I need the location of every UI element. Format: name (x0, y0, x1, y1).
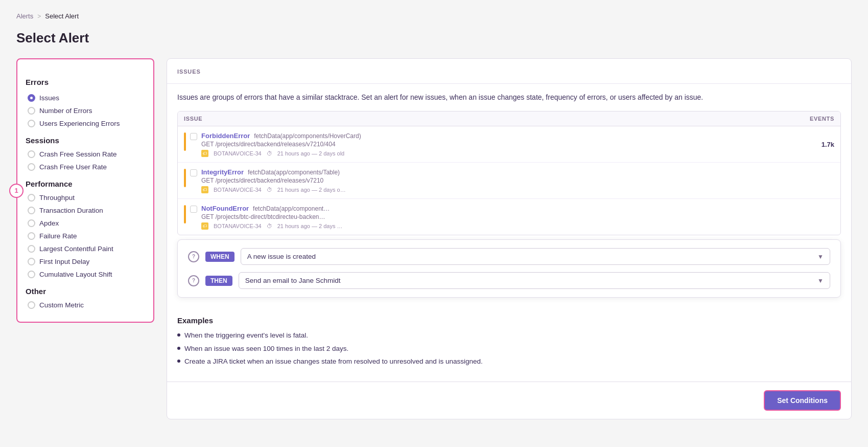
radio-crash-free-session-rate (28, 150, 35, 158)
sidebar-label-crash-free-session-rate: Crash Free Session Rate (39, 150, 117, 158)
issues-table-header: ISSUE EVENTS (178, 111, 840, 126)
sidebar-item-custom-metric[interactable]: Custom Metric (26, 299, 145, 311)
issue-meta-text: BOTANAVOICE-34 (214, 223, 262, 229)
sidebar-item-crash-free-session-rate[interactable]: Crash Free Session Rate (26, 148, 145, 161)
radio-largest-contentful-paint (28, 245, 35, 253)
sidebar-section-errors: Errors (26, 78, 145, 86)
issue-severity-bar (184, 132, 186, 151)
when-badge: WHEN (205, 252, 234, 262)
then-dropdown-value: Send an email to Jane Schmidt (245, 277, 341, 284)
issue-checkbox[interactable] (190, 133, 197, 140)
page-title: Select Alert (16, 30, 852, 46)
col-events: EVENTS (810, 116, 834, 122)
issue-avatar: 🏷 (201, 150, 208, 157)
radio-users-experiencing-errors (28, 120, 35, 127)
radio-issues (28, 94, 35, 102)
radio-first-input-delay (28, 258, 35, 265)
table-row[interactable]: NotFoundError fetchData(app/component… G… (178, 199, 840, 235)
issue-meta-text: BOTANAVOICE-34 (214, 150, 262, 157)
sidebar-item-throughput[interactable]: Throughput (26, 191, 145, 204)
issue-func: fetchData(app/component… (253, 205, 330, 212)
issue-path: GET /projects/direct/backend/releases/v7… (201, 177, 804, 184)
radio-cumulative-layout-shift (28, 271, 35, 278)
issue-checkbox[interactable] (190, 169, 197, 176)
issue-info: ForbiddenError fetchData(app/components/… (201, 131, 804, 157)
sidebar-item-apdex[interactable]: Apdex (26, 217, 145, 230)
then-row: THEN Send an email to Jane Schmidt ▼ (188, 272, 830, 289)
main-footer: Set Conditions 2 (167, 382, 851, 419)
issue-events: 1.7k (804, 141, 834, 148)
issue-path: GET /projects/btc-direct/btcdirecteu-bac… (201, 213, 804, 220)
sidebar-label-number-of-errors: Number of Errors (39, 107, 92, 115)
issue-clock-icon: ⏱ (267, 150, 272, 157)
sidebar-step-badge: 1 (9, 184, 24, 198)
example-bullet (177, 360, 180, 363)
radio-failure-rate (28, 232, 35, 240)
radio-number-of-errors (28, 107, 35, 115)
issue-checkbox[interactable] (190, 206, 197, 213)
sidebar-item-transaction-duration[interactable]: Transaction Duration (26, 204, 145, 217)
when-row: WHEN A new issue is created ▼ (188, 248, 830, 265)
set-conditions-button[interactable]: Set Conditions (764, 390, 841, 411)
issue-meta-text: BOTANAVOICE-34 (214, 187, 262, 193)
example-text: When an issue was seen 100 times in the … (184, 343, 348, 354)
sidebar-label-largest-contentful-paint: Largest Contentful Paint (39, 245, 113, 253)
issue-title: ForbiddenError (201, 132, 250, 140)
examples-title: Examples (177, 316, 841, 325)
sidebar-label-users-experiencing-errors: Users Experiencing Errors (39, 120, 120, 127)
sidebar-label-crash-free-user-rate: Crash Free User Rate (39, 163, 107, 171)
radio-custom-metric (28, 301, 35, 309)
issue-clock-icon: ⏱ (267, 187, 272, 193)
issues-section-label: ISSUES (177, 69, 201, 75)
chevron-down-icon: ▼ (817, 253, 824, 260)
sidebar-label-transaction-duration: Transaction Duration (39, 207, 103, 214)
example-bullet (177, 333, 180, 337)
sidebar-item-number-of-errors[interactable]: Number of Errors (26, 104, 145, 117)
sidebar-item-crash-free-user-rate[interactable]: Crash Free User Rate (26, 161, 145, 173)
issue-avatar: 🏷 (201, 222, 208, 230)
sidebar-item-largest-contentful-paint[interactable]: Largest Contentful Paint (26, 242, 145, 255)
example-text: When the triggering event's level is fat… (184, 330, 308, 341)
example-item: Create a JIRA ticket when an issue chang… (177, 356, 841, 367)
then-dropdown[interactable]: Send an email to Jane Schmidt ▼ (239, 272, 830, 289)
sidebar-item-first-input-delay[interactable]: First Input Delay (26, 255, 145, 268)
chevron-down-icon: ▼ (817, 277, 824, 284)
sidebar-item-users-experiencing-errors[interactable]: Users Experiencing Errors (26, 117, 145, 130)
when-dropdown[interactable]: A new issue is created ▼ (241, 248, 830, 265)
issue-info: NotFoundError fetchData(app/component… G… (201, 204, 804, 230)
breadcrumb: Alerts > Select Alert (16, 12, 852, 20)
issues-table: ISSUE EVENTS ForbiddenError fetchData(ap… (177, 111, 841, 235)
issue-meta: 🏷 BOTANAVOICE-34 ⏱ 21 hours ago — 2 days… (201, 222, 804, 230)
issue-meta: 🏷 BOTANAVOICE-34 ⏱ 21 hours ago — 2 days… (201, 150, 804, 157)
sidebar-label-cumulative-layout-shift: Cumulative Layout Shift (39, 271, 112, 278)
sidebar-label-first-input-delay: First Input Delay (39, 258, 89, 265)
example-item: When the triggering event's level is fat… (177, 330, 841, 341)
issue-info: IntegrityError fetchData(app/components/… (201, 168, 804, 193)
breadcrumb-parent[interactable]: Alerts (16, 12, 33, 20)
sidebar-section-other: Other (26, 287, 145, 296)
breadcrumb-separator: > (37, 13, 41, 20)
issue-time: 21 hours ago — 2 days old (277, 150, 344, 157)
sidebar-item-cumulative-layout-shift[interactable]: Cumulative Layout Shift (26, 268, 145, 281)
then-badge: THEN (205, 276, 232, 286)
sidebar-label-custom-metric: Custom Metric (39, 301, 84, 309)
radio-throughput (28, 194, 35, 202)
sidebar-item-issues[interactable]: Issues (26, 92, 145, 104)
col-issue: ISSUE (184, 116, 202, 122)
issue-time: 21 hours ago — 2 days … (277, 223, 343, 229)
issue-time: 21 hours ago — 2 days o… (277, 187, 346, 193)
when-circle-icon (188, 251, 199, 262)
sidebar: 1 Errors Issues Number of Errors Users E… (16, 58, 154, 323)
table-row[interactable]: ForbiddenError fetchData(app/components/… (178, 126, 840, 163)
sidebar-section-performance: Performance (26, 180, 145, 188)
sidebar-label-throughput: Throughput (39, 194, 75, 202)
issue-severity-bar (184, 205, 186, 223)
sidebar-label-apdex: Apdex (39, 219, 59, 227)
when-then-panel: WHEN A new issue is created ▼ THEN Send … (177, 239, 841, 298)
issue-clock-icon: ⏱ (267, 223, 272, 229)
main-panel: ISSUES Issues are groups of errors that … (167, 58, 852, 419)
sidebar-item-failure-rate[interactable]: Failure Rate (26, 230, 145, 242)
radio-transaction-duration (28, 207, 35, 214)
issue-title: IntegrityError (201, 168, 244, 176)
table-row[interactable]: IntegrityError fetchData(app/components/… (178, 163, 840, 199)
